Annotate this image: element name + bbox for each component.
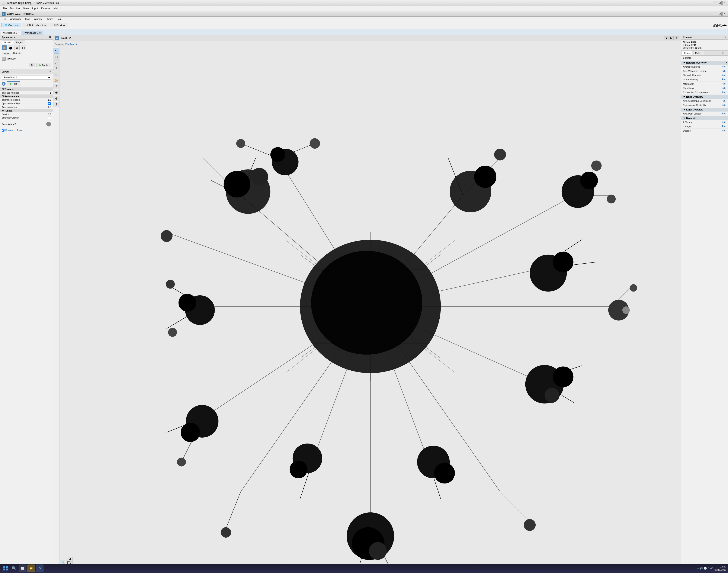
gephi-menu-plugins[interactable]: Plugins [44,17,55,21]
network-toggle-icon[interactable]: ▼ [683,61,685,64]
dynamic-toggle-icon[interactable]: ▼ [683,117,685,119]
size-icon-btn[interactable]: ⬤ [8,45,13,50]
left-panel: Appearance ✕ Nodes Edges 🎨 ⬤ [0,35,53,573]
workspace-tab-1-close[interactable]: ✕ [18,32,19,34]
workspace-tab-2-close[interactable]: ✕ [39,32,41,34]
clustering-run[interactable]: Run [721,99,726,102]
edges-tab[interactable]: Edges [14,41,25,44]
unique-tab[interactable]: Unique [2,52,11,55]
color-swatch[interactable] [2,57,6,61]
layout-info-icon[interactable]: i [2,82,6,86]
presets-label[interactable]: Presets... [5,129,15,132]
gephi-menu-tools[interactable]: Tools [23,17,32,21]
start-button[interactable] [2,565,9,572]
vbox-menu-machine[interactable]: Machine [8,7,21,10]
label-size-large[interactable]: A [68,557,72,562]
eigenvector-run[interactable]: Run [721,104,726,106]
vbox-menu-view[interactable]: View [21,7,31,10]
vbox-minimize[interactable]: — [713,1,717,5]
settings-tool[interactable]: ⚙ [54,96,59,101]
vbox-maximize[interactable]: ❐ [718,1,722,5]
approx-repulsion-checkbox[interactable] [48,102,51,105]
context-close-icon[interactable]: ✕ [724,36,726,39]
vbox-menu-devices[interactable]: Devices [40,7,52,10]
connected-run[interactable]: Run [721,91,726,94]
graph-density-run[interactable]: Run [721,78,726,81]
dynamic-nodes-run[interactable]: Run [721,121,726,123]
graph-configure-link[interactable]: (Configure) [65,43,77,45]
svg-point-66 [474,166,497,188]
node-toggle-icon[interactable]: ▼ [683,96,685,98]
stats-scrollbar[interactable]: ▲ [725,61,728,61]
filters-minimize-icon[interactable]: — [725,52,727,55]
network-diameter-run[interactable]: Run [721,74,726,76]
multi-tab[interactable]: Multi... [693,51,704,55]
nav-left-icon[interactable]: ◀ [723,24,725,27]
filters-tab[interactable]: Filters [682,51,692,55]
perf-collapse-icon[interactable]: ⊟ [2,95,4,98]
datalab-button[interactable]: 📊 Data Laboratory [22,23,49,27]
reset-link[interactable]: Reset [17,129,23,132]
gephi-close[interactable]: ✕ [722,12,726,16]
appearance-close-icon[interactable]: ✕ [49,36,51,39]
layout-algorithm-select[interactable]: ForceAtlas 2 [2,75,51,80]
avg-degree-run[interactable]: Run [721,65,726,68]
gephi-maximize[interactable]: ❐ [718,12,722,16]
nodes-tab[interactable]: Nodes [2,41,13,44]
graph-canvas-area[interactable]: ↖ ⬚ 🖌 / ◇ 🎨 / ✈ ⚙ ? [53,47,681,566]
vbox-menu-file[interactable]: File [1,7,8,10]
graph-close-icon[interactable]: ✕ [69,37,71,40]
modularity-run[interactable]: Run [721,82,726,85]
presets-checkbox[interactable] [2,129,4,132]
edge-toggle-icon[interactable]: ▼ [683,108,685,111]
graph-nav-menu[interactable]: ▼ [674,36,679,40]
link-icon-btn[interactable]: ⛓ [29,63,35,67]
label-size-btn[interactable]: TT [21,45,26,50]
label-color-btn[interactable]: A [14,45,19,50]
apply-button[interactable]: ▶ Apply [36,63,51,67]
dynamic-degree-run[interactable]: Run [721,129,726,132]
search-taskbar-button[interactable]: 🔍 [10,565,18,572]
workspace-tab-2[interactable]: Workspace 2 ✕ [22,31,43,35]
vbox-menu-help[interactable]: Help [52,7,61,10]
gephi-minimize[interactable]: — [713,12,717,16]
select-tool[interactable]: ↖ [54,48,59,54]
graph-nav-next[interactable]: ▶ [669,36,674,40]
stronger-gravity-checkbox[interactable] [48,116,51,119]
nav-right-icon[interactable]: ▶ [725,24,727,27]
collapse-icon[interactable]: ⊟ [2,88,4,91]
gephi-menu-help[interactable]: Help [55,17,63,21]
rect-select-tool[interactable]: ⬚ [54,54,59,59]
avg-weighted-run[interactable]: Run [721,69,726,72]
color-tool[interactable]: 🎨 [54,78,59,84]
filters-close-icon[interactable]: ✕ [722,52,724,55]
path-length-run[interactable]: Run [721,112,726,115]
pagerank-run[interactable]: Run [721,87,726,89]
graph-panel-icon: G [55,36,59,40]
gephi-menu-window[interactable]: Window [32,17,44,21]
color-icon-btn[interactable]: 🎨 [2,45,7,50]
file-explorer-taskbar[interactable]: 📁 [27,565,35,572]
draw-line-tool[interactable]: / [54,66,59,71]
pencil-tool[interactable]: / [54,84,59,89]
overview-button[interactable]: 🌐 Overview [1,23,21,27]
dynamic-edges-run[interactable]: Run [721,125,726,128]
layout-close-icon[interactable]: ✕ [49,70,51,73]
magic-tool[interactable]: ? [54,102,59,107]
preview-button[interactable]: 🖥 Preview [50,23,68,27]
task-view-button[interactable]: ⬜ [19,565,27,572]
shape-tool[interactable]: ◇ [54,72,59,77]
network-overview-header: ▼ Network Overview [681,61,728,65]
paintbrush-tool[interactable]: 🖌 [54,60,59,65]
gephi-taskbar[interactable]: G [36,565,44,572]
gephi-menu-file[interactable]: File [1,17,8,21]
vbox-menu-input[interactable]: Input [31,7,40,10]
gephi-menu-workspace[interactable]: Workspace [8,17,23,21]
move-tool[interactable]: ✈ [54,90,59,95]
graph-nav-prev[interactable]: ◀ [664,36,669,40]
workspace-tab-1[interactable]: Workspace 1 ✕ [1,31,22,35]
vbox-close[interactable]: ✕ [722,1,726,5]
tuning-collapse-icon[interactable]: ⊟ [2,109,4,112]
run-button[interactable]: ▶ Run [7,81,20,86]
attribute-tab[interactable]: Attribute [12,52,22,55]
